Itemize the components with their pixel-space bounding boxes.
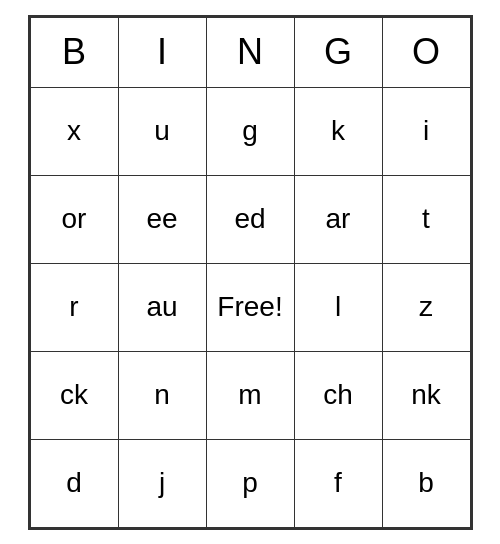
bingo-cell-2-3: l (294, 263, 382, 351)
bingo-cell-4-2: p (206, 439, 294, 527)
header-row: BINGO (30, 17, 470, 87)
bingo-cell-4-4: b (382, 439, 470, 527)
header-cell-n: N (206, 17, 294, 87)
bingo-cell-3-0: ck (30, 351, 118, 439)
bingo-cell-4-1: j (118, 439, 206, 527)
bingo-row-4: djpfb (30, 439, 470, 527)
bingo-cell-0-2: g (206, 87, 294, 175)
bingo-cell-1-1: ee (118, 175, 206, 263)
bingo-cell-2-4: z (382, 263, 470, 351)
bingo-cell-3-1: n (118, 351, 206, 439)
bingo-cell-3-4: nk (382, 351, 470, 439)
bingo-cell-3-3: ch (294, 351, 382, 439)
bingo-cell-0-3: k (294, 87, 382, 175)
header-cell-i: I (118, 17, 206, 87)
bingo-cell-2-2: Free! (206, 263, 294, 351)
bingo-cell-3-2: m (206, 351, 294, 439)
bingo-cell-2-1: au (118, 263, 206, 351)
bingo-cell-1-2: ed (206, 175, 294, 263)
bingo-body: xugkioreeedartrauFree!lzcknmchnkdjpfb (30, 87, 470, 527)
bingo-row-0: xugki (30, 87, 470, 175)
bingo-row-1: oreeedart (30, 175, 470, 263)
bingo-cell-4-0: d (30, 439, 118, 527)
bingo-cell-0-0: x (30, 87, 118, 175)
header-cell-o: O (382, 17, 470, 87)
header-cell-b: B (30, 17, 118, 87)
header-cell-g: G (294, 17, 382, 87)
bingo-cell-4-3: f (294, 439, 382, 527)
bingo-cell-1-3: ar (294, 175, 382, 263)
bingo-cell-0-1: u (118, 87, 206, 175)
bingo-card: BINGO xugkioreeedartrauFree!lzcknmchnkdj… (28, 15, 473, 530)
bingo-cell-1-0: or (30, 175, 118, 263)
bingo-row-2: rauFree!lz (30, 263, 470, 351)
bingo-cell-1-4: t (382, 175, 470, 263)
bingo-row-3: cknmchnk (30, 351, 470, 439)
bingo-table: BINGO xugkioreeedartrauFree!lzcknmchnkdj… (30, 17, 471, 528)
bingo-cell-0-4: i (382, 87, 470, 175)
bingo-cell-2-0: r (30, 263, 118, 351)
